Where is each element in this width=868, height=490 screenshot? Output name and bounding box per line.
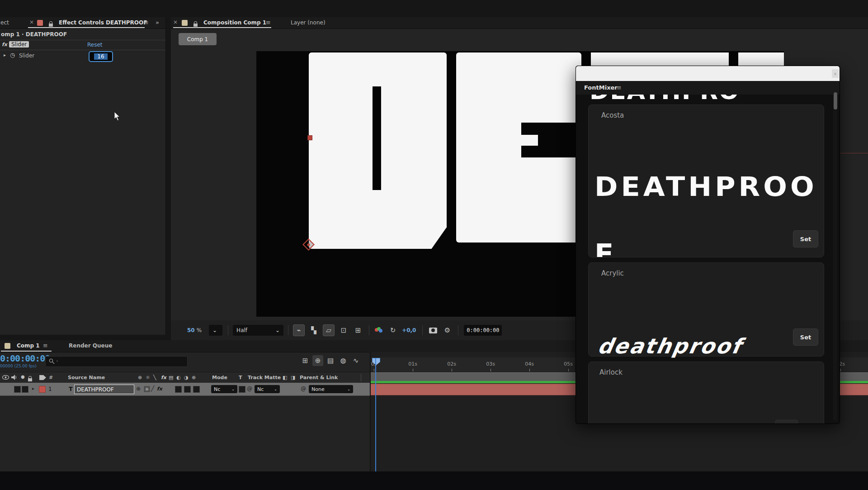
timeline-search-input[interactable]: ⌄ xyxy=(45,356,188,367)
set-font-button[interactable]: Set xyxy=(793,230,818,247)
audio-speaker-icon[interactable] xyxy=(11,375,17,380)
composition-tabbar: × Composition Comp 1 ≡ Layer (none) xyxy=(171,17,868,29)
fontmixer-scrollbar-thumb[interactable] xyxy=(834,92,837,109)
snapshot-camera-icon[interactable] xyxy=(429,328,437,333)
matte-pickwhip-icon[interactable]: @ xyxy=(247,385,252,392)
column-index[interactable]: # xyxy=(49,375,53,381)
expand-chevron-icon[interactable]: ▸ xyxy=(4,52,6,57)
exposure-offset-value[interactable]: +0,0 xyxy=(402,327,416,333)
tab-timeline-comp1[interactable]: Comp 1 xyxy=(17,343,40,349)
frame-blending-icon[interactable]: ▤ xyxy=(325,355,336,366)
shy-layers-icon[interactable]: ⊕ xyxy=(312,355,323,366)
font-card-acosta[interactable]: Acosta DEATHPROO F Set xyxy=(588,105,824,257)
mask-visibility-icon[interactable]: ▱ xyxy=(323,324,335,336)
column-t[interactable]: T xyxy=(239,375,242,381)
tab-layer[interactable]: Layer (none) xyxy=(291,19,326,26)
layer-row[interactable]: ▸ 1 T DEATHPROOF ⊕ ☼ ╱ fx Nc ⌄ @ Nc ⌄ xyxy=(0,383,370,396)
close-tab-icon[interactable]: × xyxy=(29,19,34,25)
set-button-partial[interactable] xyxy=(775,420,798,424)
layer-anchor-switch-icon[interactable]: ⊕ xyxy=(136,385,141,392)
panel-menu-icon[interactable]: ≡ xyxy=(266,19,271,26)
set-font-button[interactable]: Set xyxy=(793,328,818,346)
chevron-down-icon: ⌄ xyxy=(275,327,280,333)
layer-name-box[interactable]: DEATHPROOF xyxy=(74,385,134,394)
preserve-transparency-toggle[interactable] xyxy=(239,386,245,393)
lock-column-icon[interactable] xyxy=(28,378,32,381)
effect-name[interactable]: Slider xyxy=(9,41,29,48)
effect-controls-panel: ect × Effect Controls DEATHPROOF ≡ » omp… xyxy=(0,17,166,335)
solo-icon[interactable]: ● xyxy=(21,374,25,379)
parent-link-dropdown[interactable]: None ⌄ xyxy=(309,385,353,393)
track-matte-dropdown[interactable]: Nc ⌄ xyxy=(255,385,280,393)
panel-menu-icon[interactable]: ≡ xyxy=(144,19,149,26)
switch-motion-blur-icon: ◐ xyxy=(176,375,181,381)
layer-switch-box-3[interactable] xyxy=(193,386,200,393)
effect-controls-tabbar: ect × Effect Controls DEATHPROOF ≡ » xyxy=(0,17,165,29)
transparency-grid-icon[interactable]: ▚ xyxy=(308,325,319,336)
comp-breadcrumb-label: Comp 1 xyxy=(187,36,208,43)
layer-position-handle[interactable] xyxy=(307,135,312,140)
current-timecode[interactable]: 0:00:00:00 xyxy=(0,353,50,364)
motion-blur-icon[interactable]: ◍ xyxy=(338,355,349,366)
layer-switch-box-1[interactable] xyxy=(175,386,182,393)
panel-overflow-icon[interactable]: » xyxy=(156,19,159,26)
comp-breadcrumb-button[interactable]: Comp 1 xyxy=(179,33,217,45)
parent-pickwhip-icon[interactable]: @ xyxy=(301,385,306,392)
resolution-dropdown[interactable]: Half ⌄ xyxy=(233,325,283,336)
layer-name[interactable]: DEATHPROOF xyxy=(77,386,114,393)
blend-mode-dropdown[interactable]: Nc ⌄ xyxy=(211,385,237,393)
reset-exposure-icon[interactable]: ↻ xyxy=(387,325,398,336)
search-filter-chevron-icon[interactable]: ⌄ xyxy=(56,358,59,362)
tab-project-partial[interactable]: ect xyxy=(0,19,9,26)
zoom-value[interactable]: 50 xyxy=(187,327,195,333)
font-preview-line2: F xyxy=(594,238,617,257)
zoom-level-control[interactable]: 50 % xyxy=(187,327,202,333)
playhead-line[interactable] xyxy=(375,358,376,471)
audio-toggle[interactable] xyxy=(22,386,28,393)
layer-stroke-switch-icon[interactable]: ╱ xyxy=(151,385,154,392)
column-mode[interactable]: Mode xyxy=(212,375,227,381)
bottom-bar xyxy=(0,471,868,490)
channel-rgb-icon[interactable] xyxy=(375,327,383,333)
graph-editor-icon[interactable]: ∿ xyxy=(350,355,361,366)
layer-shy-switch-icon[interactable]: ☼ xyxy=(143,385,151,393)
video-toggle[interactable] xyxy=(14,386,21,393)
chevron-down-icon: ⌄ xyxy=(231,387,235,391)
effect-row[interactable]: fx Slider Reset xyxy=(0,40,165,49)
close-tab-icon[interactable]: × xyxy=(173,19,178,25)
fast-previews-icon[interactable]: ⌁ xyxy=(293,324,305,336)
slider-value-input[interactable]: 16 xyxy=(89,51,113,62)
font-card-airlock[interactable]: Airlock xyxy=(588,362,824,424)
column-track-matte[interactable]: Track Matte xyxy=(248,375,281,381)
show-snapshot-icon[interactable]: ⚙ xyxy=(442,325,453,336)
column-source-name[interactable]: Source Name xyxy=(68,375,105,381)
mini-flowchart-icon[interactable]: ⊞ xyxy=(300,355,311,366)
preview-timecode-value: 0:00:00:00 xyxy=(467,327,499,333)
fontmixer-window[interactable]: x FontMixer ≡ DEATHPROOF Acosta DEATHPRO… xyxy=(576,66,840,424)
window-close-button[interactable]: x xyxy=(832,69,839,78)
reset-effect-link[interactable]: Reset xyxy=(87,42,103,48)
fontmixer-scrollbar-track[interactable] xyxy=(833,96,837,421)
fontmixer-titlebar[interactable]: x xyxy=(576,66,840,81)
stopwatch-icon[interactable]: ◷ xyxy=(10,52,15,58)
guides-grid-options-icon[interactable]: ⊞ xyxy=(353,325,363,336)
layer-switch-box-2[interactable] xyxy=(184,386,191,393)
column-parent-link[interactable]: Parent & Link xyxy=(300,375,338,381)
slider-value[interactable]: 16 xyxy=(94,53,107,60)
layer-fx-switch-icon[interactable]: fx xyxy=(157,386,162,392)
video-eye-icon[interactable] xyxy=(2,375,9,380)
font-name: Airlock xyxy=(599,368,623,376)
fontmixer-menu-icon[interactable]: ≡ xyxy=(617,84,622,91)
tab-composition[interactable]: Composition Comp 1 xyxy=(203,19,266,26)
switch-shy-icon: ☼ xyxy=(146,375,150,381)
label-tag-icon[interactable] xyxy=(39,375,47,381)
panel-menu-icon[interactable]: ≡ xyxy=(43,342,48,349)
tab-effect-controls[interactable]: Effect Controls DEATHPROOF xyxy=(59,19,147,26)
tab-render-queue[interactable]: Render Queue xyxy=(69,343,112,349)
layer-label-swatch[interactable] xyxy=(39,386,46,393)
layer-expand-chevron-icon[interactable]: ▸ xyxy=(32,386,34,391)
zoom-dropdown-chevron[interactable]: ⌄ xyxy=(209,325,222,336)
region-of-interest-icon[interactable]: ⊡ xyxy=(338,325,349,336)
preview-timecode[interactable]: 0:00:00:00 xyxy=(464,325,502,336)
switch-3d-icon: ⊕ xyxy=(192,375,196,381)
